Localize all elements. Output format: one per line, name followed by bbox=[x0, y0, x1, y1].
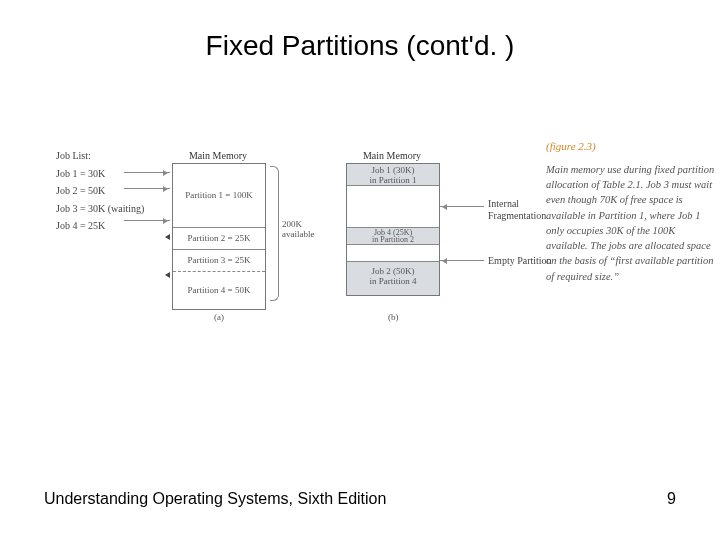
memory-partitions-b: Main Memory Job 1 (30K) in Partition 1 J… bbox=[346, 150, 438, 296]
slide: Fixed Partitions (cont'd. ) Job List: Jo… bbox=[0, 0, 720, 540]
arrow-icon bbox=[440, 206, 484, 207]
triangle-icon bbox=[162, 234, 170, 240]
job2-slot: Job 2 (50K) in Partition 4 bbox=[347, 262, 439, 295]
job-list-header: Job List: bbox=[56, 150, 146, 162]
brace-icon bbox=[270, 166, 279, 234]
column-header: Main Memory bbox=[346, 150, 438, 161]
slot-line: in Partition 4 bbox=[347, 276, 439, 286]
brace-icon bbox=[270, 233, 279, 301]
annotation-fragmentation: Internal Fragmentation bbox=[488, 198, 546, 221]
figure-caption: Main memory use during fixed partition a… bbox=[546, 162, 716, 284]
arrow-icon bbox=[440, 260, 484, 261]
partition1-free bbox=[347, 186, 439, 228]
partition-1: Partition 1 = 100K bbox=[173, 164, 265, 228]
column-header: Main Memory bbox=[172, 150, 264, 161]
memory-partitions-a: Main Memory Partition 1 = 100K Partition… bbox=[172, 150, 264, 310]
arrow-icon bbox=[124, 172, 170, 173]
brace-label: 200K available bbox=[282, 220, 314, 240]
slot-line: in Partition 2 bbox=[347, 235, 439, 244]
job-list: Job List: Job 1 = 30K Job 2 = 50K Job 3 … bbox=[56, 150, 146, 238]
job-list-item: Job 3 = 30K (waiting) bbox=[56, 203, 146, 215]
job-list-item: Job 4 = 25K bbox=[56, 220, 146, 232]
footer-book-title: Understanding Operating Systems, Sixth E… bbox=[44, 490, 386, 508]
job-list-item: Job 2 = 50K bbox=[56, 185, 146, 197]
slot-line: Job 1 (30K) bbox=[347, 165, 439, 175]
subcaption-a: (a) bbox=[214, 312, 224, 322]
memory-box-b: Job 1 (30K) in Partition 1 Job 4 (25K) i… bbox=[346, 163, 440, 296]
job1-slot: Job 1 (30K) in Partition 1 bbox=[347, 164, 439, 186]
annotation-empty: Empty Partition bbox=[488, 255, 552, 267]
figure-2-3: Job List: Job 1 = 30K Job 2 = 50K Job 3 … bbox=[56, 140, 666, 410]
partition-3: Partition 3 = 25K bbox=[173, 250, 265, 272]
job-list-item: Job 1 = 30K bbox=[56, 168, 146, 180]
triangle-icon bbox=[162, 272, 170, 278]
footer-page-number: 9 bbox=[667, 490, 676, 508]
arrow-icon bbox=[124, 188, 170, 189]
figure-reference: (figure 2.3) bbox=[546, 140, 596, 152]
memory-box-a: Partition 1 = 100K Partition 2 = 25K Par… bbox=[172, 163, 266, 310]
slot-line: in Partition 1 bbox=[347, 175, 439, 185]
partition-2: Partition 2 = 25K bbox=[173, 228, 265, 250]
slide-title: Fixed Partitions (cont'd. ) bbox=[0, 30, 720, 62]
subcaption-b: (b) bbox=[388, 312, 399, 322]
slot-line: Job 2 (50K) bbox=[347, 266, 439, 276]
partition-4: Partition 4 = 50K bbox=[173, 272, 265, 309]
job4-slot: Job 4 (25K) in Partition 2 bbox=[347, 228, 439, 245]
partition3-empty bbox=[347, 245, 439, 262]
arrow-icon bbox=[124, 220, 170, 221]
